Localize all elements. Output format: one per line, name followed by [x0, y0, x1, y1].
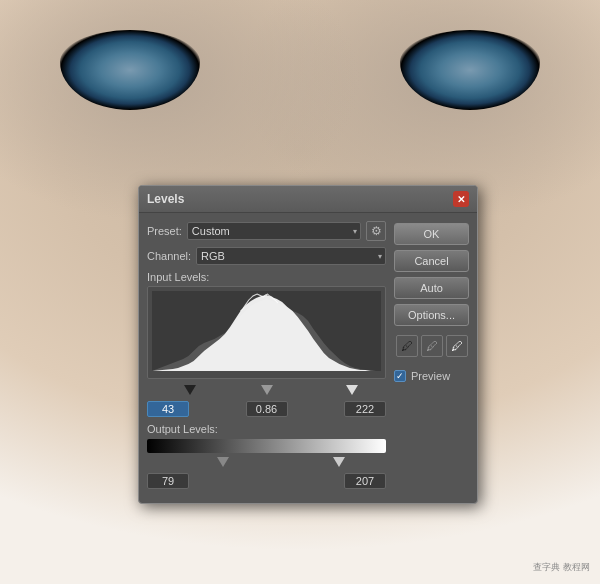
cancel-button[interactable]: Cancel [394, 250, 469, 272]
levels-dialog: Levels ✕ Preset: Custom ▾ ⚙ Channel: [138, 185, 478, 504]
ok-button[interactable]: OK [394, 223, 469, 245]
preview-checkbox[interactable]: ✓ [394, 370, 406, 382]
channel-label: Channel: [147, 250, 191, 262]
gray-eyedropper-button[interactable]: 🖊 [421, 335, 443, 357]
output-levels-label: Output Levels: [147, 423, 386, 435]
histogram-chart [152, 291, 381, 371]
preset-select-wrapper: Custom ▾ [187, 222, 361, 240]
gray-input-marker[interactable] [261, 385, 273, 395]
white-eyedropper-button[interactable]: 🖊 [446, 335, 468, 357]
preview-row: ✓ Preview [394, 370, 469, 382]
output-track [147, 439, 386, 453]
channel-select-wrapper: RGB Red Green Blue ▾ [196, 247, 386, 265]
dialog-title: Levels [147, 192, 184, 206]
channel-select[interactable]: RGB Red Green Blue [196, 247, 386, 265]
white-input-marker[interactable] [346, 385, 358, 395]
close-button[interactable]: ✕ [453, 191, 469, 207]
input-levels-label: Input Levels: [147, 271, 386, 283]
black-output-marker[interactable] [217, 457, 229, 467]
preset-select[interactable]: Custom [187, 222, 361, 240]
channel-row: Channel: RGB Red Green Blue ▾ [147, 247, 386, 265]
left-panel: Preset: Custom ▾ ⚙ Channel: RGB Red Gree… [147, 221, 386, 495]
output-markers-row [151, 455, 382, 471]
auto-button[interactable]: Auto [394, 277, 469, 299]
white-output-marker[interactable] [333, 457, 345, 467]
output-values-row [147, 473, 386, 489]
preset-row: Preset: Custom ▾ ⚙ [147, 221, 386, 241]
black-eyedropper-button[interactable]: 🖊 [396, 335, 418, 357]
preview-label: Preview [411, 370, 450, 382]
input-white-field[interactable] [344, 401, 386, 417]
output-white-field[interactable] [344, 473, 386, 489]
black-input-marker[interactable] [184, 385, 196, 395]
eyedropper-row: 🖊 🖊 🖊 [394, 335, 469, 357]
watermark: 查字典 教程网 [533, 561, 590, 574]
input-black-field[interactable] [147, 401, 189, 417]
options-button[interactable]: Options... [394, 304, 469, 326]
gear-button[interactable]: ⚙ [366, 221, 386, 241]
input-markers-row [151, 383, 382, 399]
output-black-field[interactable] [147, 473, 189, 489]
right-panel: OK Cancel Auto Options... 🖊 🖊 🖊 ✓ Previe… [394, 221, 469, 495]
title-bar: Levels ✕ [139, 186, 477, 213]
input-values-row [147, 401, 386, 417]
histogram-area [147, 286, 386, 379]
input-gamma-field[interactable] [246, 401, 288, 417]
dialog-content: Preset: Custom ▾ ⚙ Channel: RGB Red Gree… [139, 213, 477, 503]
watermark-text: 查字典 教程网 [533, 562, 590, 572]
preset-label: Preset: [147, 225, 182, 237]
